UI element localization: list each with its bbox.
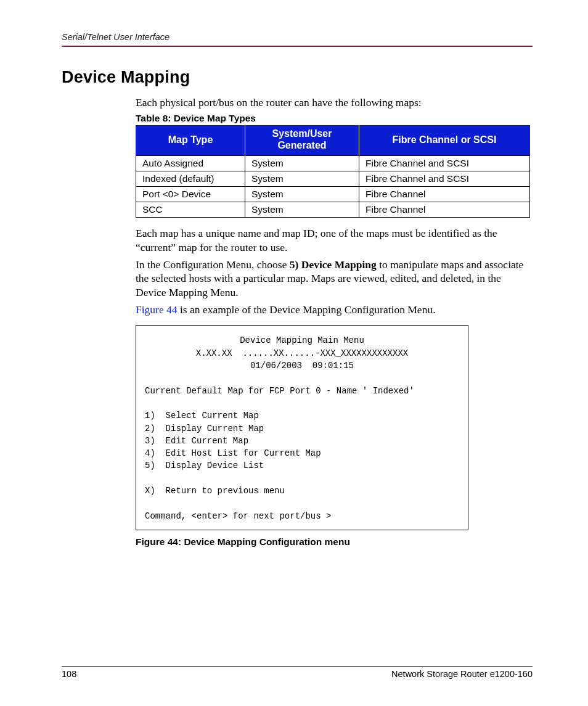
device-map-types-table: Map Type System/User Generated Fibre Cha… (136, 125, 530, 218)
terminal-option-1: 1) Select Current Map (145, 411, 259, 421)
terminal-figure: Device Mapping Main MenuX.XX.XX ......XX… (136, 325, 468, 530)
intro-paragraph: Each physical port/bus on the router can… (136, 96, 533, 109)
terminal-current-map: Current Default Map for FCP Port 0 - Nam… (145, 386, 414, 396)
paragraph-config-pre: In the Configuration Menu, choose (136, 258, 290, 271)
content-block: Each physical port/bus on the router can… (136, 96, 533, 548)
section-heading: Device Mapping (62, 68, 533, 87)
table-header-row: Map Type System/User Generated Fibre Cha… (136, 125, 530, 155)
table-row: Auto Assigned System Fibre Channel and S… (136, 156, 530, 171)
cell-map-type: Port <0> Device (136, 187, 245, 202)
table-header-generated-l1: System/User (272, 128, 332, 139)
page-footer: 108 Network Storage Router e1200-160 (62, 666, 533, 679)
footer-row: 108 Network Storage Router e1200-160 (62, 669, 533, 679)
cell-generated: System (245, 171, 359, 187)
terminal-option-5: 5) Display Device List (145, 461, 264, 470)
cell-channel: Fibre Channel (359, 202, 530, 218)
document-title: Network Storage Router e1200-160 (391, 669, 533, 679)
paragraph-figure-rest: is an example of the Device Mapping Conf… (178, 303, 436, 316)
page-number: 108 (62, 669, 76, 679)
paragraph-config-menu: In the Configuration Menu, choose 5) Dev… (136, 258, 533, 299)
terminal-prompt: Command, <enter> for next port/bus > (145, 511, 331, 521)
header-rule (62, 46, 533, 47)
cell-map-type: SCC (136, 202, 245, 218)
cell-generated: System (245, 156, 359, 171)
page: Serial/Telnet User Interface Device Mapp… (0, 0, 588, 706)
cell-generated: System (245, 202, 359, 218)
menu-choice-bold: 5) Device Mapping (290, 258, 377, 271)
terminal-option-3: 3) Edit Current Map (145, 436, 248, 446)
cell-map-type: Auto Assigned (136, 156, 245, 171)
table-row: Indexed (default) System Fibre Channel a… (136, 171, 530, 187)
cell-generated: System (245, 187, 359, 202)
cell-channel: Fibre Channel (359, 187, 530, 202)
cell-channel: Fibre Channel and SCSI (359, 171, 530, 187)
table-row: Port <0> Device System Fibre Channel (136, 187, 530, 202)
terminal-title: Device Mapping Main Menu (145, 334, 459, 347)
table-header-generated-l2: Generated (277, 140, 326, 150)
running-header: Serial/Telnet User Interface (62, 32, 533, 42)
terminal-option-2: 2) Display Current Map (145, 424, 264, 433)
terminal-option-x: X) Return to previous menu (145, 486, 285, 496)
table-header-map-type: Map Type (136, 125, 245, 155)
paragraph-unique-name: Each map has a unique name and map ID; o… (136, 226, 533, 254)
terminal-ident: X.XX.XX ......XX......-XXX_XXXXXXXXXXXXX (145, 347, 459, 359)
footer-rule (62, 666, 533, 667)
table-header-generated: System/User Generated (245, 125, 359, 155)
cell-map-type: Indexed (default) (136, 171, 245, 187)
table-row: SCC System Fibre Channel (136, 202, 530, 218)
figure-caption: Figure 44: Device Mapping Configuration … (136, 536, 533, 548)
terminal-option-4: 4) Edit Host List for Current Map (145, 448, 321, 458)
cell-channel: Fibre Channel and SCSI (359, 156, 530, 171)
figure-link[interactable]: Figure 44 (136, 303, 178, 316)
table-header-channel: Fibre Channel or SCSI (359, 125, 530, 155)
paragraph-figure-ref: Figure 44 is an example of the Device Ma… (136, 303, 533, 316)
terminal-datetime: 01/06/2003 09:01:15 (145, 359, 459, 372)
table-caption: Table 8: Device Map Types (136, 113, 533, 124)
